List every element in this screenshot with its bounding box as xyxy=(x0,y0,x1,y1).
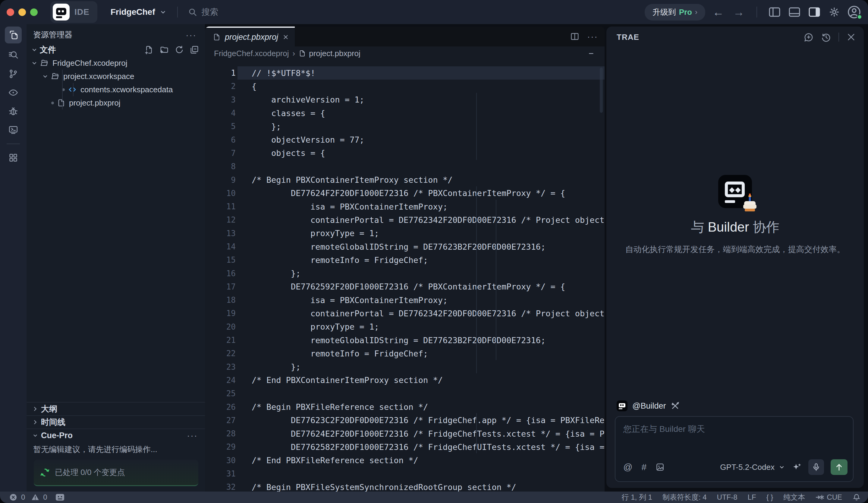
code-line-20[interactable]: 20 proxyType = 1; xyxy=(205,320,604,333)
tree-item-FridgeChef-xcodeproj[interactable]: FridgeChef.xcodeproj xyxy=(27,57,205,70)
account-avatar[interactable] xyxy=(847,5,861,19)
new-folder-icon[interactable] xyxy=(160,45,169,54)
files-section-header[interactable]: 文件 xyxy=(27,43,205,57)
history-icon[interactable] xyxy=(821,32,831,42)
breadcrumb[interactable]: FridgeChef.xcodeproj › project.pbxproj xyxy=(205,47,604,60)
timeline-section-header[interactable]: 时间线 xyxy=(27,415,205,429)
zoom-window-button[interactable] xyxy=(30,9,38,16)
activity-ai-preview-icon[interactable] xyxy=(5,83,22,102)
code-line-30[interactable]: 30/* End PBXFileReference section */ xyxy=(205,454,604,467)
sparkle-icon[interactable] xyxy=(792,462,802,472)
code-line-26[interactable]: 26/* Begin PBXFileReference section */ xyxy=(205,400,604,413)
line-number[interactable]: 17 xyxy=(205,282,236,291)
outline-section-header[interactable]: 大纲 xyxy=(27,402,205,415)
close-tab-icon[interactable] xyxy=(282,34,289,40)
line-number[interactable]: 2 xyxy=(205,82,236,91)
line-number[interactable]: 26 xyxy=(205,403,236,412)
settings-gear-icon[interactable] xyxy=(827,5,841,19)
activity-source-control-icon[interactable] xyxy=(5,64,22,83)
trae-assistant-icon[interactable] xyxy=(55,493,65,501)
context-hash-icon[interactable]: # xyxy=(641,462,647,472)
send-button[interactable] xyxy=(831,459,847,475)
tree-item-project-pbxproj[interactable]: project.pbxproj xyxy=(27,96,205,110)
code-line-13[interactable]: 13 proxyType = 1; xyxy=(205,227,604,240)
editor-scrollbar[interactable] xyxy=(600,68,603,113)
line-number[interactable]: 11 xyxy=(205,202,236,211)
voice-input-button[interactable] xyxy=(808,459,824,475)
status-行-1-列-1[interactable]: 行 1, 列 1 xyxy=(622,492,652,502)
line-number[interactable]: 13 xyxy=(205,229,236,238)
status-UTF-8[interactable]: UTF-8 xyxy=(717,493,737,502)
tree-item-contents-xcworkspacedata[interactable]: contents.xcworkspacedata xyxy=(27,83,205,96)
mention-icon[interactable]: @ xyxy=(623,462,632,472)
line-number[interactable]: 6 xyxy=(205,135,236,144)
minimize-icon[interactable] xyxy=(588,50,596,57)
status-纯文本[interactable]: 纯文本 xyxy=(783,492,805,502)
navigate-back-button[interactable]: ← xyxy=(711,6,726,18)
line-number[interactable]: 9 xyxy=(205,175,236,185)
agent-name[interactable]: @Builder xyxy=(632,401,666,411)
new-chat-icon[interactable] xyxy=(804,32,814,42)
code-line-25[interactable]: 25 xyxy=(205,387,604,400)
code-line-10[interactable]: 10 DE77624F2F20DF1000E72316 /* PBXContai… xyxy=(205,187,604,200)
code-line-3[interactable]: 3 archiveVersion = 1; xyxy=(205,93,604,106)
cue-pro-more-button[interactable]: ··· xyxy=(187,430,198,441)
errors-icon[interactable] xyxy=(9,493,18,502)
activity-extensions-icon[interactable] xyxy=(5,148,22,167)
line-number[interactable]: 28 xyxy=(205,429,236,438)
toggle-bottom-panel-button[interactable] xyxy=(787,5,802,19)
navigate-forward-button[interactable]: → xyxy=(731,6,746,18)
code-line-12[interactable]: 12 containerPortal = DE7762342F20DF0D00E… xyxy=(205,213,604,226)
line-number[interactable]: 3 xyxy=(205,95,236,104)
model-selector[interactable]: GPT-5.2-Codex xyxy=(720,463,785,472)
split-editor-icon[interactable] xyxy=(570,32,579,41)
line-number[interactable]: 22 xyxy=(205,349,236,358)
line-number[interactable]: 12 xyxy=(205,215,236,224)
line-number[interactable]: 29 xyxy=(205,442,236,451)
code-line-4[interactable]: 4 classes = { xyxy=(205,106,604,120)
status--[interactable]: { } xyxy=(766,493,773,502)
code-line-8[interactable]: 8 xyxy=(205,160,604,173)
code-line-27[interactable]: 27 DE77623C2F20DF0D00E72316 /* FridgeChe… xyxy=(205,414,604,427)
code-line-17[interactable]: 17 DE7762592F20DF1000E72316 /* PBXContai… xyxy=(205,280,604,294)
collapse-all-icon[interactable] xyxy=(190,45,199,54)
line-number[interactable]: 16 xyxy=(205,269,236,278)
line-number[interactable]: 4 xyxy=(205,109,236,117)
line-number[interactable]: 19 xyxy=(205,309,236,318)
line-number[interactable]: 8 xyxy=(205,162,236,171)
line-number[interactable]: 24 xyxy=(205,376,236,385)
warnings-icon[interactable] xyxy=(31,493,40,502)
line-number[interactable]: 32 xyxy=(205,482,236,492)
line-number[interactable]: 18 xyxy=(205,296,236,305)
tree-item-project-xcworkspace[interactable]: project.xcworkspace xyxy=(27,70,205,83)
line-number[interactable]: 25 xyxy=(205,389,236,398)
code-line-28[interactable]: 28 DE77624E2F20DF1000E72316 /* FridgeChe… xyxy=(205,427,604,440)
editor-more-button[interactable]: ··· xyxy=(587,31,598,42)
code-line-18[interactable]: 18 isa = PBXContainerItemProxy; xyxy=(205,294,604,307)
minimize-window-button[interactable] xyxy=(18,9,26,16)
breadcrumb-file[interactable]: project.pbxproj xyxy=(309,49,360,58)
breadcrumb-root[interactable]: FridgeChef.xcodeproj xyxy=(214,49,289,58)
line-number[interactable]: 21 xyxy=(205,336,236,345)
activity-debug-icon[interactable] xyxy=(5,102,22,121)
line-number[interactable]: 20 xyxy=(205,322,236,331)
code-line-2[interactable]: 2{ xyxy=(205,80,604,93)
upgrade-pro-button[interactable]: 升级到 Pro › xyxy=(645,4,705,21)
code-area[interactable]: 1// !$*UTF8*$!2{3 archiveVersion = 1;4 c… xyxy=(205,60,604,492)
code-line-15[interactable]: 15 remoteInfo = FridgeChef; xyxy=(205,253,604,267)
line-number[interactable]: 1 xyxy=(205,69,236,78)
code-line-22[interactable]: 22 remoteInfo = FridgeChef; xyxy=(205,347,604,360)
global-search[interactable]: 搜索 xyxy=(188,6,218,18)
tools-icon[interactable] xyxy=(671,401,680,410)
code-line-9[interactable]: 9/* Begin PBXContainerItemProxy section … xyxy=(205,173,604,186)
code-line-1[interactable]: 1// !$*UTF8*$! xyxy=(205,66,604,80)
code-line-31[interactable]: 31 xyxy=(205,467,604,480)
warning-count[interactable]: 0 xyxy=(43,493,47,502)
line-number[interactable]: 7 xyxy=(205,149,236,158)
activity-explorer-icon[interactable] xyxy=(5,27,22,43)
line-number[interactable]: 10 xyxy=(205,189,236,198)
cue-processed-card[interactable]: 已处理 0/0 个变更点 xyxy=(34,460,198,486)
activity-terminal-panel-icon[interactable] xyxy=(5,121,22,139)
code-line-7[interactable]: 7 objects = { xyxy=(205,146,604,160)
explorer-more-button[interactable]: ··· xyxy=(186,30,196,40)
